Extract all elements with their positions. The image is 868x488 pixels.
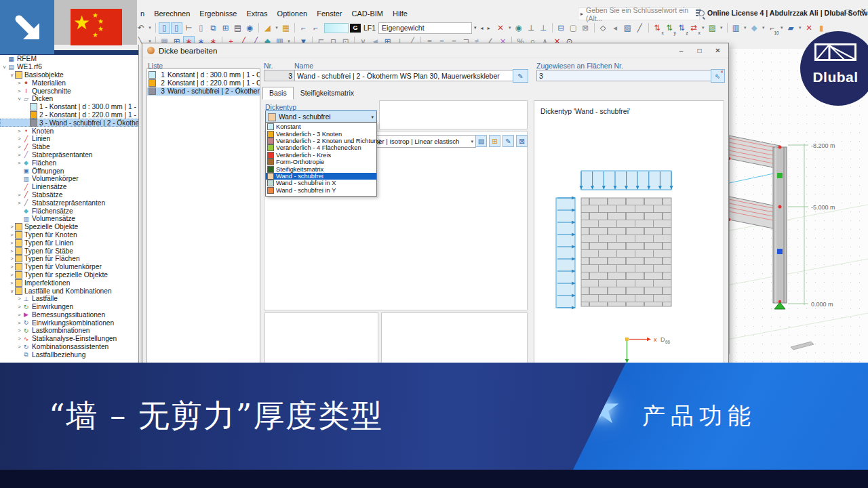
minimize-button[interactable]: – [831, 7, 835, 16]
tree-item[interactable]: > ╱ Stäbe [0, 143, 138, 151]
surface-new-icon[interactable]: ◢ [262, 22, 273, 34]
tree-expander-icon[interactable]: > [16, 336, 22, 342]
tree-item[interactable]: ⧉ Lastfallbeziehung [0, 350, 138, 359]
dropdown-item[interactable]: Wand - schubfrei in X [266, 180, 376, 186]
plane-icon[interactable]: ◆ [749, 22, 760, 34]
tree-item[interactable]: 1 - Konstant | d : 300.0 mm | 1 - C30/37 [0, 103, 138, 111]
toolbar-icon[interactable] [594, 23, 595, 33]
dropdown-item[interactable]: Wand - schubfrei [266, 173, 376, 180]
tree-expander-icon[interactable]: > [9, 256, 15, 262]
toolbar-icon[interactable] [552, 23, 553, 33]
view-box-icon[interactable]: ⊟ [555, 22, 567, 34]
tree-item[interactable]: ▣ Öffnungen [0, 167, 138, 175]
tree-item[interactable]: v Lastfälle und Kombinationen [0, 287, 138, 295]
dropdown-item[interactable]: Veränderlich - 3 Knoten [266, 130, 376, 137]
chevron-down-icon[interactable]: ▾ [472, 25, 479, 30]
sheet-icon[interactable]: ▤ [232, 22, 243, 34]
panel-right-icon[interactable]: ▯ [171, 22, 182, 34]
dropdown-item[interactable]: Form-Orthotropie [266, 159, 376, 165]
diagram-icon[interactable]: ⊢ [183, 22, 195, 34]
level-icon[interactable]: ⊥ [526, 22, 537, 34]
tree-item[interactable]: > ↻ Einwirkungen [0, 303, 138, 311]
tree-expander-icon[interactable]: v [16, 96, 22, 102]
name-field[interactable]: Wand - schubfrei | 2 - Ökotherm WS Plan … [294, 70, 514, 81]
tree-item[interactable]: > ▶ Bemessungssituationen [0, 311, 138, 319]
tree-expander-icon[interactable]: > [9, 240, 15, 246]
tree-item[interactable]: ▥ Volumenkörper [0, 175, 138, 183]
rename-button[interactable]: ✎ [513, 69, 528, 83]
tree-expander-icon[interactable]: > [16, 192, 22, 198]
toolbar-icon[interactable] [258, 23, 259, 33]
tree-item[interactable]: ╱ Liniensätze [0, 183, 138, 191]
tree-expander-icon[interactable]: > [16, 312, 22, 318]
section-cut-icon[interactable]: ╱ [634, 22, 646, 34]
material-edit-icon[interactable]: ✎ [502, 135, 514, 147]
tree-item[interactable]: > ↻ Lastkombinationen [0, 327, 138, 335]
thickness-list-item[interactable]: 1 Konstant | d : 300.0 mm | 1 - C30/37 [147, 70, 260, 79]
tree-expander-icon[interactable]: > [16, 200, 22, 206]
tree-expander-icon[interactable]: > [16, 144, 22, 150]
dialog-maximize-button[interactable]: □ [690, 44, 709, 56]
tree-item[interactable]: v ▱ Dicken [0, 95, 138, 103]
tree-item[interactable]: 3 - Wand - schubfrei | 2 - Ökotherm WS P… [0, 119, 138, 127]
search-list-icon[interactable] [696, 9, 705, 18]
tree-item[interactable]: ◆ Flächensätze [0, 207, 138, 215]
dropdown-item[interactable]: Veränderlich - 4 Flächenecken [266, 144, 376, 151]
ortho-surface-icon[interactable]: ▮ [816, 22, 827, 34]
dialog-tab[interactable]: Steifigkeitsmatrix [294, 87, 361, 100]
tree-item[interactable]: 2 - Konstant | d : 220.0 mm | 1 - C30/37 [0, 111, 138, 119]
tree-expander-icon[interactable]: > [9, 272, 15, 278]
tree-item[interactable]: > Typen für Linien [0, 239, 138, 247]
tree-expander-icon[interactable]: > [9, 264, 15, 270]
tree-expander-icon[interactable]: > [9, 248, 15, 254]
dimension-dd-icon[interactable]: ▾ [779, 22, 785, 34]
tree-expander-icon[interactable]: > [16, 344, 22, 350]
thickness-list-item[interactable]: 3 Wand - schubfrei | 2 - Ökotherm WS Pla… [147, 87, 260, 96]
dimension-icon[interactable]: ⌐ 10 [767, 22, 778, 34]
render-icon[interactable]: ◉ [244, 22, 256, 34]
panel-left-icon[interactable]: ▯ [159, 22, 170, 34]
menu-item-fenster[interactable]: Fenster [312, 8, 347, 19]
plane-dd-icon[interactable]: ▾ [761, 22, 766, 34]
loadcase-next-icon[interactable]: ▸ [486, 25, 492, 31]
tree-item[interactable]: > ╱ Linien [0, 135, 138, 143]
axis-dd-icon[interactable]: ▾ [701, 22, 706, 34]
loadcase-combo[interactable]: G LF1 Eigengewicht ▾ ◂ ▸ [324, 22, 492, 34]
box-icon[interactable]: ▢ [568, 22, 579, 34]
material-library-icon[interactable]: ▤ [475, 135, 487, 147]
dropdown-item[interactable]: Steifigkeitsmatrix [266, 165, 376, 172]
tree-expander-icon[interactable]: > [9, 232, 15, 238]
menu-item-optionen[interactable]: Optionen [273, 8, 313, 19]
frame-icon[interactable]: ⊠ [580, 22, 591, 34]
objects-icon[interactable]: ▥ [730, 22, 742, 34]
tree-expander-icon[interactable]: > [9, 280, 15, 286]
workplane-icon[interactable]: ▨ [707, 22, 718, 34]
loadcase-prev-icon[interactable]: ◂ [479, 25, 486, 31]
tree-item[interactable]: > ↻ Einwirkungskombinationen [0, 319, 138, 327]
isometry-icon[interactable]: ◇ [597, 22, 609, 34]
tree-item[interactable]: > ↻ Kombinationsassistenten [0, 343, 138, 351]
wall-dd-icon[interactable]: ▾ [797, 22, 803, 34]
tree-item[interactable]: > Typen für Volumenkörper [0, 263, 138, 271]
probe-icon[interactable]: ◉ [513, 22, 525, 34]
keyword-search-input[interactable]: ▸ Geben Sie ein Schlüsselwort ein (Alt..… [578, 7, 700, 20]
axis-x-icon[interactable]: ⇅ x [652, 22, 663, 34]
dropdown-item[interactable]: Wand - schubfrei in Y [266, 187, 376, 194]
assigned-surfaces-field[interactable]: 3 [536, 70, 712, 81]
tree-item[interactable]: > ◆ Flächen [0, 159, 138, 167]
tree-expander-icon[interactable]: > [16, 80, 22, 86]
tree-item[interactable]: > Typen für Flächen [0, 255, 138, 263]
select-surfaces-button[interactable]: ⇖ ✕ [711, 69, 725, 83]
dialog-close-button[interactable]: ✕ [709, 44, 727, 56]
tree-expander-icon[interactable]: v [9, 288, 15, 294]
level2-icon[interactable]: ⊥ [538, 22, 549, 34]
tree-item[interactable]: > ∿ Statikanalyse-Einstellungen [0, 335, 138, 343]
dropdown-item[interactable]: Konstant [266, 123, 376, 130]
tree-item[interactable]: > ╱ Stabsatzrepräsentanten [0, 199, 138, 207]
menu-item-fragment[interactable]: n [136, 8, 149, 19]
surface-dd-icon[interactable]: ▾ [274, 22, 279, 34]
tree-item[interactable]: > I Querschnitte [0, 87, 138, 95]
hide-icon[interactable]: ◂ [610, 22, 621, 34]
tree-item[interactable]: v Basisobjekte [0, 71, 138, 79]
toolbar-icon[interactable] [155, 23, 156, 33]
